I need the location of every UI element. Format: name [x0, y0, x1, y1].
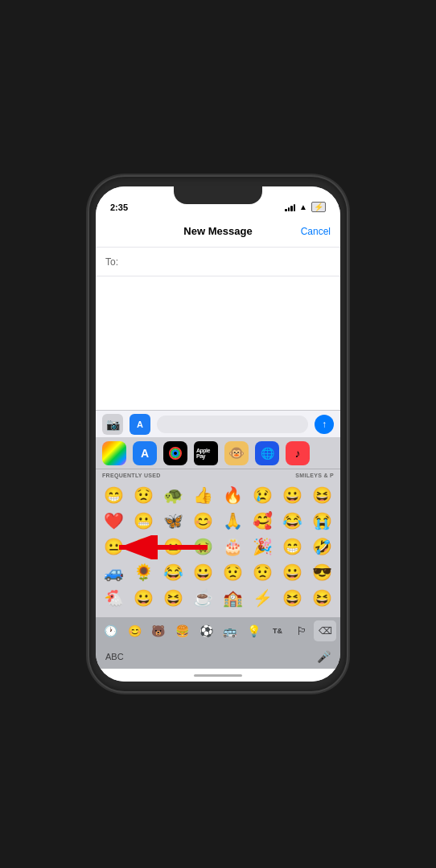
emoji-row-2: ❤️ 😬 🦋 😊 🙏 🥰 😂 😭	[99, 508, 337, 534]
emoji-love[interactable]: 🥰	[251, 509, 275, 533]
emoji-building[interactable]: 🏫	[221, 586, 245, 610]
emoji-grin3[interactable]: 😆	[281, 586, 305, 610]
emoji-expressionless[interactable]: 😑	[132, 534, 156, 559]
section-labels: FREQUENTLY USED SMILEYS & P	[96, 469, 340, 481]
keyboard-bottom: ABC 🎤	[96, 645, 340, 669]
emoji-smile[interactable]: 😀	[281, 483, 305, 507]
nav-title: New Message	[183, 225, 252, 237]
home-indicator	[96, 669, 340, 682]
emoji-loudcry[interactable]: 😭	[311, 509, 335, 533]
emoji-coffee[interactable]: ☕	[191, 586, 216, 610]
monkey-emoji-icon[interactable]: 🐵	[224, 441, 249, 465]
travel-category[interactable]: 🚌	[219, 620, 241, 641]
status-time: 2:35	[110, 203, 128, 212]
emoji-row-5: 🐔 😀 😆 ☕ 🏫 ⚡ 😆 😆	[99, 585, 337, 611]
emoji-sick[interactable]: 🤢	[191, 534, 216, 559]
keyboard-categories: 🕐 😊 🐻 🍔 ⚽ 🚌 💡 T& 🏳 ⌫	[96, 617, 340, 645]
emoji-sunflower[interactable]: 🌻	[132, 560, 156, 584]
emoji-row-1: 😁 😟 🐢 👍 🔥 😢 😀 😆	[99, 482, 337, 508]
status-icons: ▲ ⚡	[285, 202, 326, 212]
emoji-row-3: 😐 😑 😐 🤢 🎂 🎉 😁 🤣	[99, 534, 337, 559]
emoji-fire[interactable]: 🔥	[221, 483, 245, 507]
emoji-grid: 😁 😟 🐢 👍 🔥 😢 😀 😆 ❤️ 😬 🦋 😊 🙏 🥰 😂 😭	[96, 481, 340, 617]
svg-point-2	[173, 451, 178, 456]
notch	[174, 186, 262, 204]
translate-icon[interactable]: 🌐	[255, 441, 279, 465]
emoji-blush[interactable]: 😊	[191, 509, 216, 533]
home-bar	[194, 674, 242, 677]
emoji-car[interactable]: 🚙	[102, 560, 126, 584]
emoji-thumbsup[interactable]: 👍	[191, 483, 216, 507]
emoji-pray[interactable]: 🙏	[221, 509, 245, 533]
emoji-cake[interactable]: 🎂	[221, 534, 245, 559]
emoji-cry[interactable]: 😢	[251, 483, 275, 507]
phone-frame: 2:35 ▲ ⚡ New Message Cancel To:	[89, 177, 347, 691]
applepay-icon[interactable]: Apple Pay	[194, 441, 218, 465]
emoji-grimace[interactable]: 😬	[132, 509, 156, 533]
emoji-turtle[interactable]: 🐢	[162, 483, 186, 507]
smiley-category[interactable]: 😊	[123, 620, 146, 641]
emoji-sunglasses[interactable]: 😎	[311, 560, 335, 584]
search-bar[interactable]	[157, 416, 308, 433]
phone-screen: 2:35 ▲ ⚡ New Message Cancel To:	[96, 186, 340, 682]
frequently-used-label: FREQUENTLY USED	[102, 473, 161, 478]
appstore-button[interactable]: A	[130, 414, 150, 435]
emoji-butterfly[interactable]: 🦋	[162, 509, 186, 533]
delete-key[interactable]: ⌫	[314, 620, 336, 641]
emoji-neutral[interactable]: 😐	[102, 534, 126, 559]
imessage-toolbar: 📷 A ↑	[96, 410, 340, 437]
mic-button[interactable]: 🎤	[317, 650, 331, 663]
send-button[interactable]: ↑	[315, 415, 334, 434]
emoji-grin4[interactable]: 😆	[311, 586, 335, 610]
battery-icon: ⚡	[311, 202, 326, 212]
activity-app-icon[interactable]	[163, 441, 187, 465]
abc-button[interactable]: ABC	[105, 652, 124, 661]
emoji-chicken[interactable]: 🐔	[102, 586, 126, 610]
emoji-neutral2[interactable]: 😐	[162, 534, 186, 559]
animals-category[interactable]: 🐻	[147, 620, 170, 641]
nav-bar: New Message Cancel	[96, 215, 340, 248]
smileys-label: SMILEYS & P	[295, 473, 334, 478]
app-strip: A Apple Pay 🐵 🌐 ♪	[96, 437, 340, 469]
emoji-grinning2[interactable]: 😀	[191, 560, 216, 584]
signal-icon	[285, 203, 295, 211]
to-label: To:	[105, 256, 118, 268]
photos-app-icon[interactable]	[102, 441, 126, 465]
camera-button[interactable]: 📷	[102, 414, 123, 435]
message-body[interactable]	[96, 276, 340, 410]
to-field[interactable]: To:	[96, 248, 340, 276]
cancel-button[interactable]: Cancel	[301, 226, 331, 237]
objects-category[interactable]: 💡	[242, 620, 265, 641]
emoji-worried[interactable]: 😟	[132, 483, 156, 507]
appstore-app-icon[interactable]: A	[133, 441, 157, 465]
emoji-smile2[interactable]: 😀	[281, 560, 305, 584]
clock-category[interactable]: 🕐	[100, 620, 122, 641]
emoji-worried2[interactable]: 😟	[221, 560, 245, 584]
emoji-joy2[interactable]: 😂	[162, 560, 186, 584]
food-category[interactable]: 🍔	[171, 620, 194, 641]
emoji-smile3[interactable]: 😀	[132, 586, 156, 610]
emoji-rofl[interactable]: 🤣	[311, 534, 335, 559]
music-icon[interactable]: ♪	[286, 441, 310, 465]
emoji-joy[interactable]: 😂	[281, 509, 305, 533]
emoji-row-4: 🚙 🌻 😂 😀 😟 😟 😀 😎	[99, 559, 337, 585]
flags-category[interactable]: 🏳	[290, 620, 313, 641]
sports-category[interactable]: ⚽	[195, 620, 217, 641]
emoji-grin2[interactable]: 😆	[162, 586, 186, 610]
emoji-grin[interactable]: 😆	[311, 483, 335, 507]
symbols-category[interactable]: T&	[266, 620, 289, 641]
emoji-worried3[interactable]: 😟	[251, 560, 275, 584]
recipient-input[interactable]	[123, 256, 331, 268]
emoji-party[interactable]: 🎉	[251, 534, 275, 559]
emoji-zap[interactable]: ⚡	[251, 586, 275, 610]
emoji-grinning[interactable]: 😁	[102, 483, 126, 507]
wifi-icon: ▲	[299, 203, 307, 211]
emoji-happy[interactable]: 😁	[281, 534, 305, 559]
emoji-heart[interactable]: ❤️	[102, 509, 126, 533]
